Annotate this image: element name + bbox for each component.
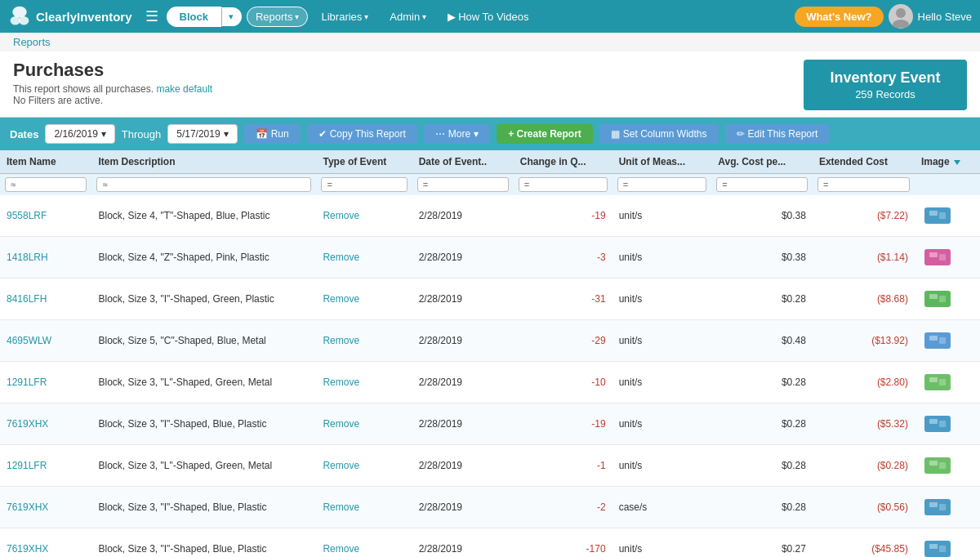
item-name-link[interactable]: 1291LFR bbox=[7, 377, 47, 388]
type-link[interactable]: Remove bbox=[323, 210, 359, 221]
filter-extcost[interactable] bbox=[817, 177, 910, 192]
type-link[interactable]: Remove bbox=[323, 335, 359, 346]
table-body: 9558LRFBlock, Size 4, "T"-Shaped, Blue, … bbox=[0, 195, 980, 557]
item-image bbox=[921, 534, 954, 557]
filter-date[interactable] bbox=[417, 177, 509, 192]
svg-rect-10 bbox=[939, 254, 946, 261]
filter-item-desc[interactable] bbox=[96, 177, 311, 192]
item-image bbox=[921, 451, 954, 480]
type-cell: Remove bbox=[316, 195, 412, 237]
admin-nav-link[interactable]: Admin ▾ bbox=[381, 7, 434, 26]
page-subtitle: This report shows all purchases. make de… bbox=[13, 83, 212, 95]
svg-rect-24 bbox=[929, 461, 938, 466]
how-to-nav-link[interactable]: ▶ How To Videos bbox=[439, 7, 537, 26]
filter-item-name[interactable] bbox=[5, 177, 87, 192]
reports-dropdown-icon: ▾ bbox=[295, 12, 299, 21]
make-default-link[interactable]: make default bbox=[156, 83, 212, 95]
block-nav-button[interactable]: Block bbox=[167, 7, 221, 27]
col-header-extcost: Extended Cost bbox=[813, 150, 915, 174]
reports-nav-link[interactable]: Reports ▾ bbox=[247, 7, 309, 27]
libraries-nav-link[interactable]: Libraries ▾ bbox=[313, 7, 376, 26]
svg-rect-26 bbox=[924, 499, 951, 515]
svg-point-0 bbox=[12, 7, 27, 18]
more-button[interactable]: ⋯ More ▾ bbox=[424, 124, 490, 144]
filter-unit[interactable] bbox=[617, 177, 707, 192]
col-header-item-desc: Item Description bbox=[91, 150, 316, 174]
more-dots-icon: ⋯ bbox=[435, 128, 445, 140]
item-name-link[interactable]: 4695WLW bbox=[7, 335, 51, 346]
type-link[interactable]: Remove bbox=[323, 501, 359, 513]
item-name-link[interactable]: 9558LRF bbox=[7, 210, 47, 221]
svg-rect-31 bbox=[939, 546, 946, 552]
hamburger-icon[interactable]: ☰ bbox=[142, 4, 162, 29]
table-row: 7619XHXBlock, Size 3, "I"-Shaped, Blue, … bbox=[0, 487, 980, 528]
whats-new-button[interactable]: What's New? bbox=[795, 7, 883, 27]
svg-rect-14 bbox=[924, 332, 951, 349]
create-report-button[interactable]: + Create Report bbox=[497, 124, 593, 144]
page-header: Purchases This report shows all purchase… bbox=[0, 51, 980, 118]
svg-rect-8 bbox=[924, 249, 951, 265]
type-link[interactable]: Remove bbox=[323, 418, 359, 430]
svg-rect-16 bbox=[939, 337, 946, 344]
filter-change[interactable] bbox=[519, 177, 608, 192]
item-name-link[interactable]: 1291LFR bbox=[7, 460, 47, 471]
col-header-image: Image bbox=[915, 150, 980, 174]
copy-report-button[interactable]: ✔ Copy This Report bbox=[307, 124, 417, 144]
pencil-icon: ✏ bbox=[737, 128, 745, 140]
item-name-link[interactable]: 1418LRH bbox=[7, 252, 48, 263]
item-name-link[interactable]: 7619XHX bbox=[7, 501, 48, 513]
date-from-picker[interactable]: 2/16/2019 ▾ bbox=[45, 124, 114, 144]
svg-rect-21 bbox=[929, 419, 938, 424]
dates-label: Dates bbox=[10, 128, 38, 140]
data-table-container: Item Name Item Description Type of Event… bbox=[0, 150, 980, 557]
edit-report-button[interactable]: ✏ Edit This Report bbox=[725, 124, 830, 144]
inventory-event-title: Inventory Event bbox=[823, 69, 947, 87]
svg-rect-9 bbox=[929, 252, 938, 257]
svg-rect-7 bbox=[939, 212, 946, 219]
svg-rect-12 bbox=[929, 294, 938, 299]
type-link[interactable]: Remove bbox=[323, 460, 359, 471]
brand-name: ClearlyInventory bbox=[36, 10, 132, 24]
brand-icon bbox=[8, 5, 31, 28]
svg-rect-17 bbox=[924, 374, 951, 390]
user-menu[interactable]: Hello Steve bbox=[889, 4, 972, 29]
type-link[interactable]: Remove bbox=[323, 377, 359, 388]
table-row: 8416LFHBlock, Size 3, "I"-Shaped, Green,… bbox=[0, 278, 980, 320]
date-to-picker[interactable]: 5/17/2019 ▾ bbox=[167, 124, 237, 144]
filter-avgcost[interactable] bbox=[716, 177, 808, 192]
type-link[interactable]: Remove bbox=[323, 293, 359, 305]
table-row: 9558LRFBlock, Size 4, "T"-Shaped, Blue, … bbox=[0, 195, 980, 237]
through-label: Through bbox=[122, 128, 161, 140]
calendar-icon: 📅 bbox=[256, 128, 268, 140]
avatar bbox=[889, 4, 913, 29]
svg-point-3 bbox=[896, 8, 906, 18]
date-to-dropdown-icon: ▾ bbox=[224, 128, 229, 140]
type-link[interactable]: Remove bbox=[323, 543, 359, 555]
filter-type[interactable] bbox=[321, 177, 407, 192]
type-link[interactable]: Remove bbox=[323, 252, 359, 263]
run-button[interactable]: 📅 Run bbox=[244, 124, 301, 144]
block-nav-dropdown[interactable]: ▾ bbox=[221, 7, 242, 26]
svg-rect-19 bbox=[939, 379, 946, 385]
breadcrumb-reports-link[interactable]: Reports bbox=[13, 36, 51, 48]
item-image bbox=[921, 243, 954, 272]
svg-rect-28 bbox=[939, 504, 946, 510]
table-row: 4695WLWBlock, Size 5, "C"-Shaped, Blue, … bbox=[0, 320, 980, 362]
col-header-item-name: Item Name bbox=[0, 150, 91, 174]
type-cell: Remove bbox=[316, 320, 412, 362]
item-name-link[interactable]: 7619XHX bbox=[7, 418, 48, 430]
copy-icon: ✔ bbox=[318, 128, 327, 140]
report-toolbar: Dates 2/16/2019 ▾ Through 5/17/2019 ▾ 📅 … bbox=[0, 118, 980, 150]
page-title-area: Purchases This report shows all purchase… bbox=[13, 60, 212, 106]
navbar: ClearlyInventory ☰ Block ▾ Reports ▾ Lib… bbox=[0, 0, 980, 33]
svg-rect-27 bbox=[929, 502, 938, 507]
set-column-widths-button[interactable]: ▦ Set Column Widths bbox=[599, 124, 719, 144]
item-image bbox=[921, 326, 954, 355]
item-name-link[interactable]: 8416LFH bbox=[7, 293, 47, 305]
svg-rect-23 bbox=[924, 457, 951, 474]
breadcrumb: Reports bbox=[0, 33, 980, 51]
inventory-event-records: 259 Records bbox=[823, 88, 947, 100]
item-name-link[interactable]: 7619XHX bbox=[7, 543, 48, 555]
brand-logo[interactable]: ClearlyInventory bbox=[8, 5, 132, 28]
table-row: 1418LRHBlock, Size 4, "Z"-Shaped, Pink, … bbox=[0, 237, 980, 278]
